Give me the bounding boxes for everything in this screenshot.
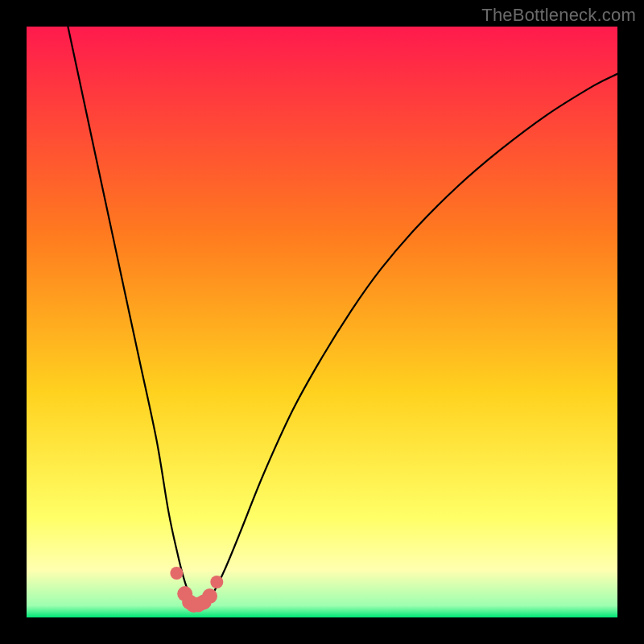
- chart-frame: TheBottleneck.com: [0, 0, 644, 644]
- bottleneck-chart: [27, 27, 617, 617]
- plot-area: [27, 27, 617, 617]
- curve-marker: [202, 588, 217, 604]
- watermark-text: TheBottleneck.com: [481, 5, 636, 26]
- gradient-background: [27, 27, 617, 617]
- curve-marker: [170, 567, 183, 580]
- curve-marker: [210, 576, 223, 588]
